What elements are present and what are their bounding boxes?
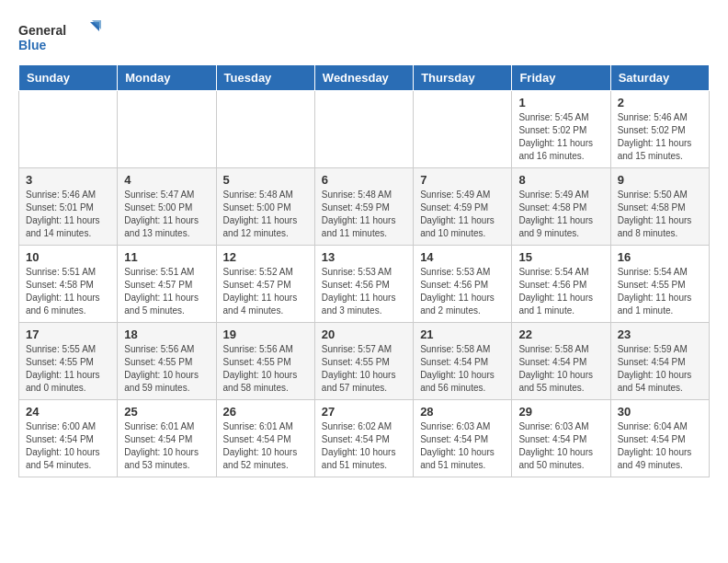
day-number: 30: [618, 405, 702, 419]
day-info: Sunrise: 5:57 AM Sunset: 4:55 PM Dayligh…: [322, 343, 406, 395]
svg-text:Blue: Blue: [18, 38, 47, 52]
day-number: 6: [322, 173, 406, 187]
day-info: Sunrise: 5:53 AM Sunset: 4:56 PM Dayligh…: [322, 266, 406, 317]
day-info: Sunrise: 6:01 AM Sunset: 4:54 PM Dayligh…: [124, 420, 209, 472]
day-info: Sunrise: 5:46 AM Sunset: 5:01 PM Dayligh…: [26, 189, 110, 240]
day-info: Sunrise: 6:03 AM Sunset: 4:54 PM Dayligh…: [518, 420, 603, 472]
day-info: Sunrise: 5:58 AM Sunset: 4:54 PM Dayligh…: [420, 343, 505, 395]
day-number: 27: [322, 405, 406, 419]
calendar-cell: 18Sunrise: 5:56 AM Sunset: 4:55 PM Dayli…: [118, 323, 216, 400]
svg-text:General: General: [18, 23, 66, 38]
calendar-cell: [414, 91, 512, 168]
week-row-2: 10Sunrise: 5:51 AM Sunset: 4:58 PM Dayli…: [19, 246, 710, 323]
calendar-cell: 16Sunrise: 5:54 AM Sunset: 4:55 PM Dayli…: [610, 246, 709, 323]
day-info: Sunrise: 6:03 AM Sunset: 4:54 PM Dayligh…: [420, 420, 505, 472]
day-info: Sunrise: 5:54 AM Sunset: 4:56 PM Dayligh…: [518, 266, 603, 317]
day-number: 11: [124, 250, 209, 264]
header-thursday: Thursday: [414, 65, 512, 91]
calendar-cell: 21Sunrise: 5:58 AM Sunset: 4:54 PM Dayli…: [414, 323, 512, 400]
calendar-cell: 28Sunrise: 6:03 AM Sunset: 4:54 PM Dayli…: [414, 400, 512, 477]
calendar-cell: 15Sunrise: 5:54 AM Sunset: 4:56 PM Dayli…: [512, 246, 610, 323]
calendar-cell: 8Sunrise: 5:49 AM Sunset: 4:58 PM Daylig…: [512, 168, 610, 246]
day-number: 24: [26, 405, 110, 419]
day-number: 29: [518, 405, 603, 419]
calendar-cell: [19, 91, 118, 168]
day-number: 5: [223, 173, 308, 187]
week-row-4: 24Sunrise: 6:00 AM Sunset: 4:54 PM Dayli…: [19, 400, 710, 477]
week-row-3: 17Sunrise: 5:55 AM Sunset: 4:55 PM Dayli…: [19, 323, 710, 400]
calendar-cell: 26Sunrise: 6:01 AM Sunset: 4:54 PM Dayli…: [216, 400, 314, 477]
day-number: 15: [518, 250, 603, 264]
day-info: Sunrise: 5:55 AM Sunset: 4:55 PM Dayligh…: [26, 343, 110, 395]
header-monday: Monday: [118, 65, 216, 91]
day-info: Sunrise: 5:49 AM Sunset: 4:58 PM Dayligh…: [518, 189, 603, 240]
calendar-cell: 22Sunrise: 5:58 AM Sunset: 4:54 PM Dayli…: [512, 323, 610, 400]
day-info: Sunrise: 5:53 AM Sunset: 4:56 PM Dayligh…: [420, 266, 505, 317]
day-info: Sunrise: 5:58 AM Sunset: 4:54 PM Dayligh…: [518, 343, 603, 395]
day-number: 21: [420, 327, 505, 341]
calendar-cell: 1Sunrise: 5:45 AM Sunset: 5:02 PM Daylig…: [512, 91, 610, 168]
calendar-cell: 3Sunrise: 5:46 AM Sunset: 5:01 PM Daylig…: [19, 168, 118, 246]
day-number: 17: [26, 327, 110, 341]
day-info: Sunrise: 5:48 AM Sunset: 5:00 PM Dayligh…: [223, 189, 308, 240]
day-number: 19: [223, 327, 308, 341]
day-number: 13: [322, 250, 406, 264]
day-number: 4: [124, 173, 209, 187]
day-info: Sunrise: 5:47 AM Sunset: 5:00 PM Dayligh…: [124, 189, 209, 240]
calendar-cell: 14Sunrise: 5:53 AM Sunset: 4:56 PM Dayli…: [414, 246, 512, 323]
calendar-cell: 2Sunrise: 5:46 AM Sunset: 5:02 PM Daylig…: [610, 91, 709, 168]
day-info: Sunrise: 5:56 AM Sunset: 4:55 PM Dayligh…: [124, 343, 209, 395]
day-number: 2: [618, 96, 702, 109]
calendar-cell: 13Sunrise: 5:53 AM Sunset: 4:56 PM Dayli…: [314, 246, 413, 323]
calendar-cell: [314, 91, 413, 168]
day-info: Sunrise: 5:51 AM Sunset: 4:58 PM Dayligh…: [26, 266, 110, 317]
day-number: 28: [420, 405, 505, 419]
day-info: Sunrise: 5:46 AM Sunset: 5:02 PM Dayligh…: [618, 111, 702, 163]
day-info: Sunrise: 5:45 AM Sunset: 5:02 PM Dayligh…: [518, 111, 603, 163]
week-row-0: 1Sunrise: 5:45 AM Sunset: 5:02 PM Daylig…: [19, 91, 710, 168]
logo-svg: General Blue: [18, 18, 101, 55]
day-info: Sunrise: 6:04 AM Sunset: 4:54 PM Dayligh…: [618, 420, 702, 472]
calendar-cell: 5Sunrise: 5:48 AM Sunset: 5:00 PM Daylig…: [216, 168, 314, 246]
day-number: 20: [322, 327, 406, 341]
header-saturday: Saturday: [610, 65, 709, 91]
day-number: 8: [518, 173, 603, 187]
week-row-1: 3Sunrise: 5:46 AM Sunset: 5:01 PM Daylig…: [19, 168, 710, 246]
day-info: Sunrise: 5:52 AM Sunset: 4:57 PM Dayligh…: [223, 266, 308, 317]
calendar-cell: 7Sunrise: 5:49 AM Sunset: 4:59 PM Daylig…: [414, 168, 512, 246]
day-number: 22: [518, 327, 603, 341]
day-number: 3: [26, 173, 110, 187]
day-info: Sunrise: 5:48 AM Sunset: 4:59 PM Dayligh…: [322, 189, 406, 240]
day-info: Sunrise: 5:56 AM Sunset: 4:55 PM Dayligh…: [223, 343, 308, 395]
day-number: 14: [420, 250, 505, 264]
day-info: Sunrise: 5:51 AM Sunset: 4:57 PM Dayligh…: [124, 266, 209, 317]
header: General Blue: [18, 18, 710, 55]
calendar-cell: 17Sunrise: 5:55 AM Sunset: 4:55 PM Dayli…: [19, 323, 118, 400]
calendar-header-row: SundayMondayTuesdayWednesdayThursdayFrid…: [19, 65, 710, 91]
calendar-cell: 30Sunrise: 6:04 AM Sunset: 4:54 PM Dayli…: [610, 400, 709, 477]
calendar-cell: 23Sunrise: 5:59 AM Sunset: 4:54 PM Dayli…: [610, 323, 709, 400]
day-number: 1: [518, 96, 603, 109]
calendar-cell: [118, 91, 216, 168]
calendar-cell: 20Sunrise: 5:57 AM Sunset: 4:55 PM Dayli…: [314, 323, 413, 400]
calendar-cell: 29Sunrise: 6:03 AM Sunset: 4:54 PM Dayli…: [512, 400, 610, 477]
header-sunday: Sunday: [19, 65, 118, 91]
calendar-cell: 12Sunrise: 5:52 AM Sunset: 4:57 PM Dayli…: [216, 246, 314, 323]
calendar-cell: 24Sunrise: 6:00 AM Sunset: 4:54 PM Dayli…: [19, 400, 118, 477]
day-number: 23: [618, 327, 702, 341]
header-friday: Friday: [512, 65, 610, 91]
day-number: 16: [618, 250, 702, 264]
day-info: Sunrise: 5:54 AM Sunset: 4:55 PM Dayligh…: [618, 266, 702, 317]
calendar-cell: 10Sunrise: 5:51 AM Sunset: 4:58 PM Dayli…: [19, 246, 118, 323]
day-number: 10: [26, 250, 110, 264]
day-info: Sunrise: 5:59 AM Sunset: 4:54 PM Dayligh…: [618, 343, 702, 395]
day-number: 12: [223, 250, 308, 264]
logo: General Blue: [18, 18, 101, 55]
calendar-cell: 11Sunrise: 5:51 AM Sunset: 4:57 PM Dayli…: [118, 246, 216, 323]
day-info: Sunrise: 5:50 AM Sunset: 4:58 PM Dayligh…: [618, 189, 702, 240]
header-tuesday: Tuesday: [216, 65, 314, 91]
day-number: 18: [124, 327, 209, 341]
calendar-cell: 9Sunrise: 5:50 AM Sunset: 4:58 PM Daylig…: [610, 168, 709, 246]
day-info: Sunrise: 6:00 AM Sunset: 4:54 PM Dayligh…: [26, 420, 110, 472]
calendar-cell: 27Sunrise: 6:02 AM Sunset: 4:54 PM Dayli…: [314, 400, 413, 477]
